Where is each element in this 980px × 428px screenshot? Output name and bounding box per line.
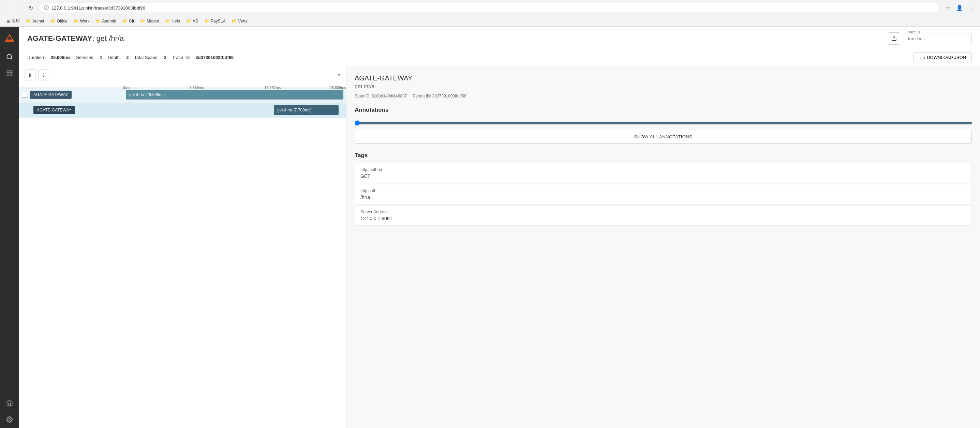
service-badge-1[interactable]: AGATE-GATEWAY	[30, 90, 72, 99]
tag-card-1: http.path /hr/a	[355, 184, 972, 204]
span-id-value: 8108d140df146837	[372, 94, 407, 98]
collapse-toggle-1[interactable]: −	[22, 92, 28, 98]
collapse-up-button[interactable]: ⇧	[25, 70, 35, 81]
menu-button[interactable]: ⋮	[966, 3, 976, 13]
url-text: 127.0.0.1:9411/zipkin/traces/3d37391003f…	[51, 5, 145, 11]
total-spans-value: 2	[164, 55, 166, 60]
bookmark-paysla[interactable]: 📁 PaySLA	[202, 18, 228, 25]
trace-bar-wrap-1: get /hr/a [26.606ms]	[123, 87, 346, 102]
detail-operation: get /hr/a	[355, 84, 972, 90]
bookmark-maven[interactable]: 📁 Maven	[137, 18, 162, 25]
back-button[interactable]: ←	[4, 3, 14, 13]
svg-point-6	[9, 419, 11, 420]
profile-button[interactable]: 👤	[955, 3, 964, 13]
bookmark-as[interactable]: 📁 AS	[183, 18, 201, 25]
trace-id-input[interactable]	[904, 33, 972, 44]
app-layout: AGATE-GATEWAY: get /hr/a Trace ID Durati…	[0, 27, 980, 428]
folder-icon-paysla: 📁	[204, 19, 209, 24]
trace-row-label-1: − AGATE-GATEWAY	[19, 90, 123, 99]
trace-id-meta-label: Trace ID:	[172, 55, 190, 60]
tag-card-2: Server Address 127.0.0.1:8081	[355, 205, 972, 225]
trace-bar-1[interactable]: get /hr/a [26.606ms]	[126, 90, 344, 100]
sidebar-home-btn[interactable]	[3, 396, 16, 410]
bookmark-help[interactable]: 📁 Help	[162, 18, 183, 25]
tag-value-1: /hr/a	[360, 195, 966, 200]
upload-icon	[891, 36, 897, 41]
sidebar-settings-btn[interactable]	[3, 413, 16, 426]
expand-button[interactable]: »	[337, 72, 340, 78]
svg-rect-4	[7, 74, 9, 76]
trace-row-2: AGATE-GATEWAY get /hr/a [7.788ms]	[19, 103, 346, 118]
sidebar-search-btn[interactable]	[3, 50, 16, 64]
bookmark-office[interactable]: 📁 Office	[48, 18, 70, 25]
time-markers-row: 0ms 8.869ms 17.737ms 26.606ms	[19, 84, 346, 87]
apps-icon: ⊞	[7, 19, 10, 24]
bookmark-git[interactable]: 📁 Git	[120, 18, 137, 25]
bookmark-maven-label: Maven	[146, 19, 159, 24]
browser-toolbar: ← → ↻ ⓘ 127.0.0.1:9411/zipkin/traces/3d3…	[0, 0, 980, 16]
annotation-slider[interactable]	[355, 122, 972, 124]
bookmark-vertx-label: Vertx	[238, 19, 247, 24]
forward-button[interactable]: →	[15, 3, 25, 13]
upload-button[interactable]	[888, 32, 900, 44]
address-bar[interactable]: ⓘ 127.0.0.1:9411/zipkin/traces/3d3739100…	[39, 3, 940, 13]
bookmark-vertx[interactable]: 📁 Vertx	[229, 18, 250, 25]
time-markers-left	[19, 84, 123, 87]
services-label: Services:	[76, 55, 94, 60]
folder-icon-as: 📁	[186, 19, 191, 24]
bookmark-apps[interactable]: ⊞ 应用	[4, 17, 22, 25]
reload-button[interactable]: ↻	[26, 3, 35, 13]
star-button[interactable]: ☆	[943, 3, 953, 13]
time-markers-right: 0ms 8.869ms 17.737ms 26.606ms	[123, 84, 346, 87]
bookmark-android[interactable]: 📁 Android	[93, 18, 119, 25]
parent-id-value: 3d37391003fbdf96	[433, 94, 466, 98]
bookmark-apps-label: 应用	[11, 18, 20, 24]
svg-rect-5	[10, 74, 12, 76]
parent-id-label: Parent ID:	[413, 94, 431, 98]
folder-icon-maven: 📁	[140, 19, 145, 24]
bookmark-android-label: Android	[102, 19, 116, 24]
sidebar	[0, 27, 19, 428]
span-id-label: Span ID:	[355, 94, 371, 98]
trace-bar-wrap-2: get /hr/a [7.788ms]	[123, 103, 346, 117]
settings-icon	[6, 416, 13, 423]
browser-chrome: ← → ↻ ⓘ 127.0.0.1:9411/zipkin/traces/3d3…	[0, 0, 980, 27]
collapse-down-button[interactable]: ⇩	[38, 70, 49, 81]
service-badge-2[interactable]: AGATE-GATEWAY	[33, 106, 75, 114]
svg-rect-3	[10, 71, 12, 73]
trace-bar-label-1: get /hr/a [26.606ms]	[129, 92, 166, 97]
trace-timeline: 0ms 8.869ms 17.737ms 26.606ms − AGATE-GA…	[19, 84, 346, 428]
trace-bar-label-2: get /hr/a [7.788ms]	[277, 108, 311, 113]
bookmark-work-label: Work	[80, 19, 90, 24]
depth-value: 2	[126, 55, 129, 60]
svg-point-0	[7, 54, 11, 59]
search-icon	[6, 54, 13, 60]
svg-line-1	[11, 58, 12, 60]
bookmark-as-label: AS	[192, 19, 198, 24]
bookmark-archet[interactable]: 📁 Archet	[23, 18, 47, 25]
home-icon	[6, 400, 13, 407]
trace-row: − AGATE-GATEWAY get /hr/a [26.606ms]	[19, 87, 346, 103]
trace-view: ⇧ ⇩ » 0ms 8.869ms 17.737ms 26.606ms	[19, 66, 980, 428]
sidebar-browse-btn[interactable]	[3, 67, 16, 80]
folder-icon-office: 📁	[51, 19, 56, 24]
trace-bar-2[interactable]: get /hr/a [7.788ms]	[274, 105, 339, 115]
folder-icon-work: 📁	[74, 19, 79, 24]
tag-key-0: http.method	[360, 167, 966, 172]
bookmark-office-label: Office	[57, 19, 67, 24]
show-all-annotations-label: SHOW ALL ANNOTATIONS	[634, 134, 692, 139]
bookmarks-bar: ⊞ 应用 📁 Archet 📁 Office 📁 Work 📁 Android …	[0, 16, 980, 27]
duration-label: Duration:	[27, 55, 45, 60]
logo-triangle-icon	[5, 34, 14, 42]
download-json-button[interactable]: ↓ ↓ DOWNLOAD JSON	[913, 52, 972, 62]
bookmark-help-label: Help	[172, 19, 180, 24]
show-all-annotations-button[interactable]: SHOW ALL ANNOTATIONS	[355, 130, 972, 144]
header-actions: Trace ID	[888, 32, 972, 44]
folder-icon-android: 📁	[96, 19, 101, 24]
trace-row-label-2: AGATE-GATEWAY	[19, 106, 123, 114]
folder-icon-git: 📁	[123, 19, 127, 24]
bookmark-work[interactable]: 📁 Work	[71, 18, 92, 25]
depth-label: Depth:	[108, 55, 121, 60]
lock-icon: ⓘ	[44, 5, 49, 11]
tag-key-2: Server Address	[360, 209, 966, 214]
